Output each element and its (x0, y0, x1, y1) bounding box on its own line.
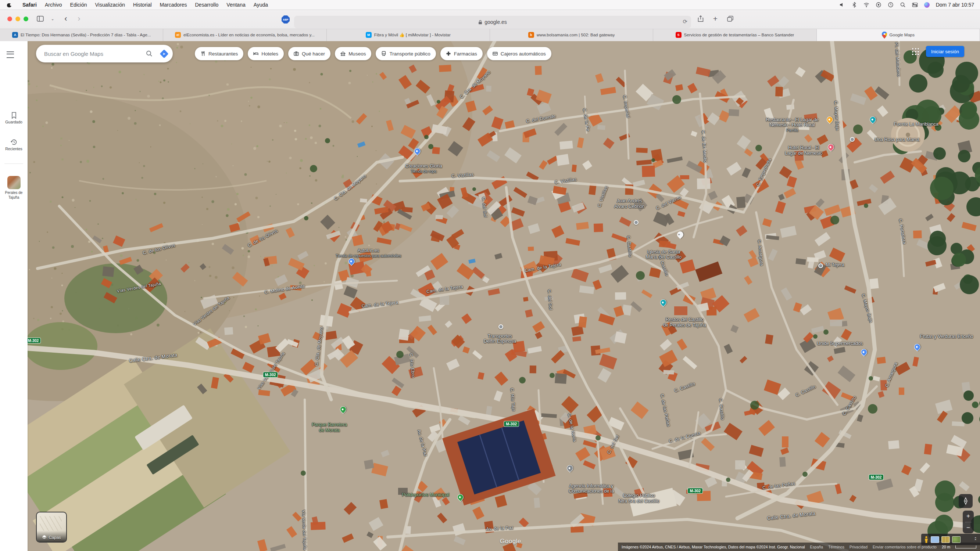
chip-label: Qué hacer (302, 51, 325, 57)
menu-item-historial[interactable]: Historial (129, 2, 156, 8)
compass-control[interactable] (959, 494, 973, 508)
category-chips: RestaurantesHotelesQué hacerMuseosTransp… (195, 47, 551, 60)
bluetooth-icon[interactable] (851, 2, 857, 8)
forward-button[interactable]: › (74, 14, 84, 24)
poi-label[interactable]: Creaciones GloriaTienda de ropa (406, 164, 442, 173)
poi-label[interactable]: Iglesia de SantaMaría del Castillo (646, 249, 681, 260)
sidebar-toggle-icon[interactable] (35, 14, 45, 24)
zoom-out-button[interactable]: − (963, 522, 974, 534)
wifi-icon[interactable] (864, 2, 869, 8)
layers-button[interactable]: Capas (36, 512, 67, 543)
menu-item-marcadores[interactable]: Marcadores (156, 2, 191, 8)
poi-label[interactable]: Frutas y Verduras Briceño (920, 333, 974, 339)
zoom-in-button[interactable]: + (963, 511, 974, 522)
new-tab-icon[interactable]: + (711, 14, 720, 24)
poi-label[interactable]: Agencia Informática yComunicaciones de l… (569, 483, 614, 494)
menu-hamburger-icon[interactable] (6, 51, 14, 58)
address-bar[interactable]: google.es ⟳ (294, 16, 691, 28)
menu-item-safari[interactable]: Safari (18, 2, 41, 8)
tab-overview-icon[interactable] (725, 14, 735, 24)
poi-dot-pin[interactable] (498, 324, 503, 329)
poi-label[interactable]: Colegio PúblicoNtra Sra del Castillo (619, 493, 659, 504)
poi-label[interactable]: Mi Tejera (826, 262, 844, 268)
poi-label[interactable]: Polideportivo Municipal (402, 492, 450, 498)
map-canvas[interactable]: C. de los OlivosC. de los OlivosC. Cta. … (27, 41, 980, 551)
link-terminos[interactable]: Términos (828, 545, 844, 549)
browser-tab-1[interactable]: AEl Tiempo: Dos Hermanas (Sevilla) - Pre… (0, 29, 163, 41)
signin-button[interactable]: Iniciar sesión (926, 46, 964, 57)
search-icon[interactable] (142, 46, 157, 61)
tab-favicon: b (528, 32, 534, 38)
chip-transporte-p-blico[interactable]: Transporte público (375, 47, 436, 60)
saved-label: Guardado (0, 120, 27, 124)
share-icon[interactable] (696, 14, 705, 24)
chip-label: Transporte público (389, 51, 430, 57)
minimize-window-button[interactable] (16, 16, 20, 21)
close-window-button[interactable] (7, 16, 12, 21)
sidebar-item-saved[interactable]: Guardado (0, 112, 27, 124)
poi-label[interactable]: Parque Barreterade Morata (312, 422, 347, 433)
poi-dot-pin[interactable] (850, 137, 855, 142)
tab-favicon: S (676, 32, 681, 38)
poi-label[interactable]: Restos del Castillode Perales de Tajuña (663, 317, 706, 328)
poi-label[interactable]: Una Rosa para Mamá (875, 137, 920, 143)
volume-icon[interactable] (839, 2, 845, 8)
link-feedback[interactable]: Enviar comentarios sobre el producto (873, 545, 937, 549)
browser-tab-5[interactable]: SServicios de gestión de testamentarías … (653, 29, 816, 41)
browser-tab-4[interactable]: bwww.bolsamania.com | 502: Bad gateway (490, 29, 653, 41)
pegman-icon[interactable] (924, 536, 929, 543)
clock-icon[interactable] (888, 2, 894, 8)
tab-title: Servicios de gestión de testamentarías –… (684, 33, 794, 37)
google-apps-icon[interactable] (912, 48, 920, 56)
place-label: Perales de Tajuña (0, 190, 27, 200)
chip-hoteles[interactable]: Hoteles (248, 47, 284, 60)
menu-item-archivo[interactable]: Archivo (41, 2, 66, 8)
poi-label[interactable]: Juan AndrésAlvaro Cebrión (614, 198, 645, 210)
imagery-thumb-3[interactable] (952, 536, 961, 543)
directions-icon[interactable]: ➤ (157, 46, 171, 61)
chip-farmacias[interactable]: Farmacias (441, 47, 483, 60)
poi-label[interactable]: Restaurante - El Lagar deNemesio - Hotel… (766, 117, 819, 133)
sidebar-item-place[interactable]: Perales de Tajuña (0, 176, 27, 200)
browser-tab-3[interactable]: MFibra y Móvil 👍 [ miMovistar ] - Movist… (327, 29, 490, 41)
chip-museos[interactable]: Museos (335, 47, 371, 60)
imagery-thumb-1[interactable] (931, 536, 939, 543)
link-privacidad[interactable]: Privacidad (850, 545, 867, 549)
sidebar-item-recents[interactable]: Recientes (0, 138, 27, 151)
poi-label[interactable]: AutoLin.esTienda de repuestos para autom… (336, 248, 401, 258)
spotlight-icon[interactable] (900, 2, 906, 8)
chip-cajeros-autom-ticos[interactable]: Cajeros automáticos (487, 47, 551, 60)
display-icon[interactable] (876, 2, 881, 8)
chip-qu-hacer[interactable]: Qué hacer (288, 47, 331, 60)
browser-tab-6[interactable]: Google Maps (817, 29, 980, 41)
chip-label: Farmacias (454, 51, 477, 57)
poi-label[interactable]: Hotel Rural - ElLagar de Nemesio (785, 146, 822, 157)
zoom-window-button[interactable] (24, 16, 28, 21)
reload-icon[interactable]: ⟳ (682, 18, 687, 25)
chip-restaurantes[interactable]: Restaurantes (195, 47, 243, 60)
poi-dot-pin[interactable] (818, 264, 823, 268)
tab-title: El Tiempo: Dos Hermanas (Sevilla) - Pred… (21, 33, 151, 37)
menu-item-visualización[interactable]: Visualización (91, 2, 129, 8)
google-watermark: Google (500, 538, 521, 545)
poi-label[interactable]: TransportesDelfín Espinosa (484, 333, 516, 345)
collapse-chevrons-icon[interactable]: ⌃⌃ (974, 538, 977, 541)
control-center-icon[interactable] (912, 2, 918, 8)
sidebar-chevron-icon[interactable]: ⌄ (48, 14, 57, 24)
search-input[interactable] (43, 50, 142, 57)
menu-item-ventana[interactable]: Ventana (223, 2, 249, 8)
adblock-extension-icon[interactable]: ABP (282, 16, 290, 24)
poi-label[interactable]: Unide Supermercados (817, 341, 863, 346)
menu-item-edición[interactable]: Edición (66, 2, 91, 8)
poi-label[interactable]: Fuente La Mariblanca (894, 122, 939, 127)
scale-text: 20 m (942, 545, 950, 549)
imagery-thumb-2[interactable] (942, 536, 950, 543)
poi-dot-pin[interactable] (634, 220, 638, 225)
siri-icon[interactable] (924, 2, 930, 8)
menu-item-desarrollo[interactable]: Desarrollo (191, 2, 223, 8)
back-button[interactable]: ‹ (61, 14, 71, 24)
link-espana[interactable]: España (810, 545, 823, 549)
menu-item-ayuda[interactable]: Ayuda (250, 2, 272, 8)
apple-menu-icon[interactable] (6, 2, 12, 7)
browser-tab-2[interactable]: e!elEconomista.es - Líder en noticias de… (163, 29, 326, 41)
